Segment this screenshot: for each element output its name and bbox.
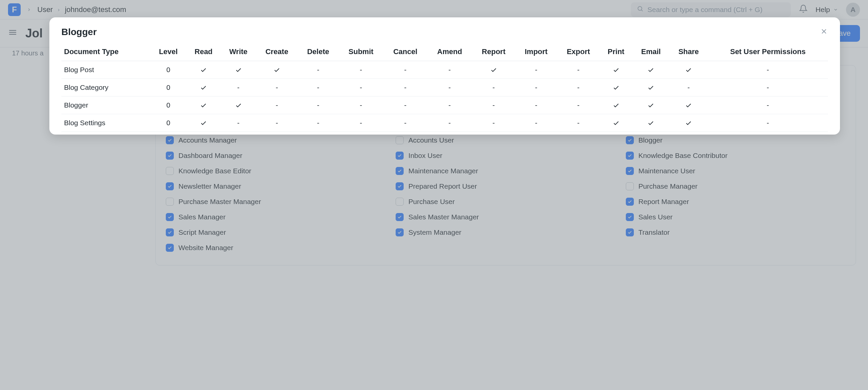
table-header: Email <box>632 44 670 61</box>
dash-icon: - <box>535 83 537 91</box>
perm-cell <box>599 79 632 96</box>
perm-cell: - <box>256 96 298 114</box>
dash-icon: - <box>360 119 362 127</box>
dash-icon: - <box>535 66 537 74</box>
check-icon <box>200 101 207 109</box>
dash-icon: - <box>492 119 495 127</box>
perm-cell: - <box>515 61 557 79</box>
dash-icon: - <box>577 101 580 109</box>
perm-cell: - <box>515 96 557 114</box>
perm-cell <box>670 114 708 132</box>
perm-cell <box>632 96 670 114</box>
table-row: Blog Category0----------- <box>61 79 828 96</box>
dash-icon: - <box>535 119 537 127</box>
check-icon <box>490 66 497 74</box>
perm-cell: - <box>298 79 339 96</box>
check-icon <box>613 66 619 74</box>
table-row: Blog Post0------- <box>61 61 828 79</box>
perm-cell <box>221 61 256 79</box>
table-row: Blog Settings0---------- <box>61 114 828 132</box>
dash-icon: - <box>317 101 319 109</box>
dash-icon: - <box>404 83 406 91</box>
perm-cell: - <box>427 79 472 96</box>
dash-icon: - <box>237 83 240 91</box>
perm-cell <box>472 61 515 79</box>
perm-cell: - <box>515 79 557 96</box>
dash-icon: - <box>317 119 319 127</box>
dash-icon: - <box>276 101 278 109</box>
dash-icon: - <box>404 101 406 109</box>
check-icon <box>613 101 619 109</box>
dash-icon: - <box>276 119 278 127</box>
perm-cell: - <box>557 96 599 114</box>
perm-cell: - <box>708 61 828 79</box>
perm-cell: - <box>298 61 339 79</box>
perm-cell <box>599 61 632 79</box>
perm-cell: - <box>221 114 256 132</box>
dash-icon: - <box>448 119 451 127</box>
table-header: Share <box>670 44 708 61</box>
perm-cell: - <box>339 96 384 114</box>
dash-icon: - <box>404 119 406 127</box>
check-icon <box>648 83 654 91</box>
dash-icon: - <box>448 101 451 109</box>
table-header: Document Type <box>61 44 150 61</box>
table-header: Amend <box>427 44 472 61</box>
perm-cell: - <box>383 96 427 114</box>
table-row: Blogger0--------- <box>61 96 828 114</box>
perm-cell <box>632 79 670 96</box>
perm-cell: - <box>221 79 256 96</box>
perm-cell: - <box>256 114 298 132</box>
perm-cell <box>599 96 632 114</box>
check-icon <box>685 119 692 127</box>
dash-icon: - <box>360 66 362 74</box>
dash-icon: - <box>535 101 537 109</box>
perm-cell: - <box>472 114 515 132</box>
check-icon <box>613 119 619 127</box>
perm-cell: - <box>427 114 472 132</box>
table-header: Create <box>256 44 298 61</box>
dash-icon: - <box>404 66 406 74</box>
doc-type-cell: Blogger <box>61 96 150 114</box>
perm-cell: - <box>708 114 828 132</box>
level-cell: 0 <box>150 114 186 132</box>
check-icon <box>685 101 692 109</box>
table-header: Set User Permissions <box>708 44 828 61</box>
perm-cell: - <box>383 114 427 132</box>
permissions-table: Document TypeLevelReadWriteCreateDeleteS… <box>61 44 828 132</box>
dash-icon: - <box>237 119 240 127</box>
table-header: Cancel <box>383 44 427 61</box>
perm-cell <box>599 114 632 132</box>
perm-cell: - <box>256 79 298 96</box>
perm-cell: - <box>557 114 599 132</box>
perm-cell: - <box>708 79 828 96</box>
check-icon <box>200 66 207 74</box>
table-header: Submit <box>339 44 384 61</box>
doc-type-cell: Blog Post <box>61 61 150 79</box>
table-header: Import <box>515 44 557 61</box>
table-header: Delete <box>298 44 339 61</box>
perm-cell <box>186 79 221 96</box>
check-icon <box>648 101 654 109</box>
perm-cell: - <box>515 114 557 132</box>
table-header: Print <box>599 44 632 61</box>
doc-type-cell: Blog Category <box>61 79 150 96</box>
perm-cell: - <box>383 79 427 96</box>
perm-cell <box>221 96 256 114</box>
check-icon <box>200 119 207 127</box>
close-icon[interactable] <box>820 27 828 37</box>
perm-cell: - <box>670 79 708 96</box>
level-cell: 0 <box>150 96 186 114</box>
check-icon <box>274 66 280 74</box>
perm-cell: - <box>339 61 384 79</box>
check-icon <box>648 66 654 74</box>
perm-cell <box>186 61 221 79</box>
dash-icon: - <box>448 66 451 74</box>
level-cell: 0 <box>150 79 186 96</box>
dash-icon: - <box>317 66 319 74</box>
dash-icon: - <box>360 83 362 91</box>
table-header: Write <box>221 44 256 61</box>
perm-cell: - <box>427 61 472 79</box>
dash-icon: - <box>317 83 319 91</box>
perm-cell: - <box>472 79 515 96</box>
